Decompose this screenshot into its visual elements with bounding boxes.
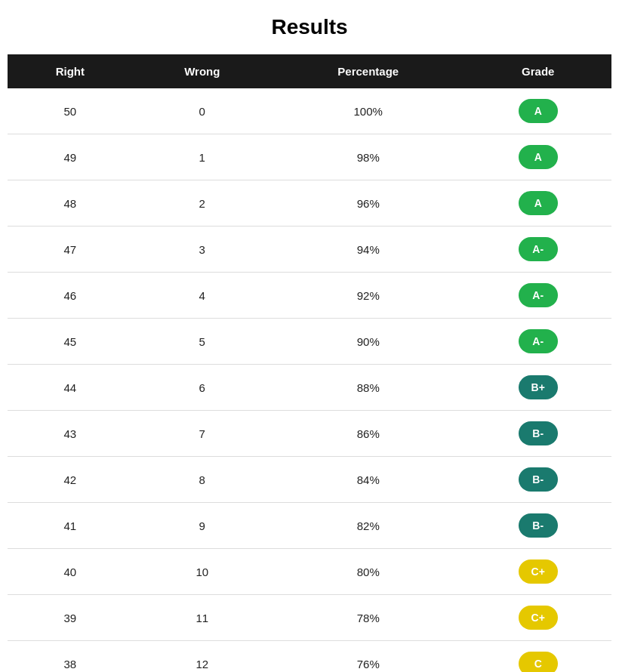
- header-wrong: Wrong: [133, 54, 272, 88]
- cell-grade: C+: [464, 549, 611, 595]
- cell-percentage: 88%: [272, 365, 465, 411]
- cell-percentage: 90%: [272, 319, 465, 365]
- grade-badge: A: [519, 99, 558, 123]
- grade-badge: A: [519, 145, 558, 169]
- grade-badge: B-: [519, 421, 558, 445]
- cell-percentage: 86%: [272, 411, 465, 457]
- cell-percentage: 78%: [272, 595, 465, 641]
- table-row: 500100%A: [8, 88, 611, 134]
- table-row: 41982%B-: [8, 503, 611, 549]
- cell-right: 45: [8, 319, 133, 365]
- cell-right: 39: [8, 595, 133, 641]
- cell-wrong: 6: [133, 365, 272, 411]
- table-row: 401080%C+: [8, 549, 611, 595]
- cell-wrong: 7: [133, 411, 272, 457]
- cell-percentage: 98%: [272, 134, 465, 180]
- cell-grade: B+: [464, 365, 611, 411]
- cell-wrong: 9: [133, 503, 272, 549]
- cell-grade: A: [464, 134, 611, 180]
- cell-percentage: 82%: [272, 503, 465, 549]
- page-title: Results: [8, 15, 611, 39]
- cell-percentage: 76%: [272, 641, 465, 673]
- cell-right: 42: [8, 457, 133, 503]
- results-table: Right Wrong Percentage Grade 500100%A491…: [8, 54, 611, 672]
- cell-wrong: 4: [133, 273, 272, 319]
- cell-grade: C+: [464, 595, 611, 641]
- grade-badge: A-: [519, 283, 558, 307]
- header-right: Right: [8, 54, 133, 88]
- cell-wrong: 3: [133, 227, 272, 273]
- grade-badge: C+: [519, 559, 558, 584]
- cell-wrong: 12: [133, 641, 272, 673]
- cell-percentage: 96%: [272, 180, 465, 227]
- cell-grade: A-: [464, 319, 611, 365]
- cell-grade: A-: [464, 273, 611, 319]
- cell-right: 47: [8, 227, 133, 273]
- grade-badge: A-: [519, 329, 558, 353]
- cell-wrong: 8: [133, 457, 272, 503]
- cell-grade: B-: [464, 457, 611, 503]
- cell-percentage: 100%: [272, 88, 465, 134]
- cell-percentage: 92%: [272, 273, 465, 319]
- grade-badge: C+: [519, 606, 558, 630]
- grade-badge: B+: [519, 375, 558, 399]
- table-row: 46492%A-: [8, 273, 611, 319]
- table-row: 391178%C+: [8, 595, 611, 641]
- cell-percentage: 94%: [272, 227, 465, 273]
- cell-right: 40: [8, 549, 133, 595]
- cell-wrong: 0: [133, 88, 272, 134]
- cell-wrong: 11: [133, 595, 272, 641]
- cell-percentage: 80%: [272, 549, 465, 595]
- grade-badge: B-: [519, 513, 558, 538]
- table-row: 381276%C: [8, 641, 611, 673]
- table-row: 45590%A-: [8, 319, 611, 365]
- header-percentage: Percentage: [272, 54, 465, 88]
- cell-wrong: 10: [133, 549, 272, 595]
- table-row: 47394%A-: [8, 227, 611, 273]
- grade-badge: A: [519, 191, 558, 215]
- grade-badge: C: [519, 652, 558, 672]
- cell-wrong: 1: [133, 134, 272, 180]
- cell-grade: A-: [464, 227, 611, 273]
- grade-badge: A-: [519, 237, 558, 261]
- table-row: 49198%A: [8, 134, 611, 180]
- cell-right: 44: [8, 365, 133, 411]
- header-grade: Grade: [464, 54, 611, 88]
- cell-grade: A: [464, 180, 611, 227]
- cell-right: 46: [8, 273, 133, 319]
- table-header-row: Right Wrong Percentage Grade: [8, 54, 611, 88]
- cell-right: 41: [8, 503, 133, 549]
- cell-percentage: 84%: [272, 457, 465, 503]
- table-row: 48296%A: [8, 180, 611, 227]
- cell-wrong: 2: [133, 180, 272, 227]
- cell-right: 50: [8, 88, 133, 134]
- table-row: 43786%B-: [8, 411, 611, 457]
- table-row: 44688%B+: [8, 365, 611, 411]
- cell-wrong: 5: [133, 319, 272, 365]
- table-row: 42884%B-: [8, 457, 611, 503]
- cell-grade: C: [464, 641, 611, 673]
- cell-grade: A: [464, 88, 611, 134]
- cell-grade: B-: [464, 411, 611, 457]
- cell-right: 43: [8, 411, 133, 457]
- grade-badge: B-: [519, 467, 558, 492]
- cell-right: 49: [8, 134, 133, 180]
- cell-grade: B-: [464, 503, 611, 549]
- cell-right: 48: [8, 180, 133, 227]
- cell-right: 38: [8, 641, 133, 673]
